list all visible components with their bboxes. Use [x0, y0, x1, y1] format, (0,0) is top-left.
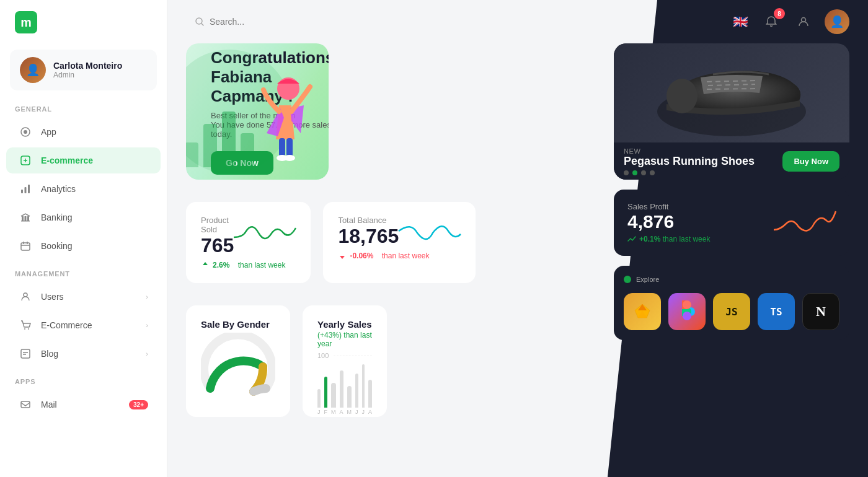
- profile-role: Admin: [53, 71, 122, 79]
- next-app-icon[interactable]: N: [802, 293, 839, 330]
- bottom-row: Sale By Gender: [186, 305, 329, 417]
- sidebar-item-app-label: App: [41, 127, 56, 137]
- sidebar-item-analytics-label: Analytics: [41, 184, 76, 194]
- sale-by-gender-title: Sale By Gender: [201, 319, 275, 330]
- product-name: Pegasus Running Shoes: [624, 155, 755, 168]
- main-content: 🇬🇧 8 👤: [167, 0, 868, 477]
- gender-donut-chart: [201, 333, 275, 401]
- sidebar-item-booking[interactable]: Booking: [6, 233, 161, 259]
- sidebar-item-blog-label: Blog: [41, 349, 58, 359]
- svg-point-29: [666, 79, 698, 113]
- chevron-right-icon: ›: [146, 293, 148, 300]
- sidebar-item-ecommerce-mgmt[interactable]: E-Commerce ›: [6, 312, 161, 338]
- stat-change-total-balance: -0.06% than last week: [338, 252, 461, 260]
- sidebar-item-ecommerce-mgmt-label: E-Commerce: [41, 320, 92, 330]
- bar-col: A: [368, 380, 372, 415]
- section-label-apps: APPS: [0, 375, 167, 390]
- ecommerce-icon: [19, 154, 32, 167]
- section-label-general: GENERAL: [0, 103, 167, 118]
- product-card: NEW Pegasus Running Shoes Buy Now: [614, 43, 849, 180]
- search-box[interactable]: [186, 12, 322, 32]
- app-icon: [19, 125, 32, 139]
- notifications-button[interactable]: 8: [760, 11, 782, 33]
- dot-active: [632, 170, 637, 175]
- y-axis-label: 100: [317, 352, 329, 359]
- svg-point-36: [683, 312, 691, 320]
- congrats-banner: Congratulations Fabiana Capmany ! Best s…: [186, 43, 329, 180]
- cart-icon: [19, 318, 32, 332]
- right-panel: NEW Pegasus Running Shoes Buy Now: [614, 43, 849, 465]
- sidebar-item-analytics[interactable]: Analytics: [6, 176, 161, 202]
- total-balance-chart: [399, 216, 461, 247]
- sidebar-item-mail[interactable]: Mail 32+: [6, 392, 161, 418]
- language-flag[interactable]: 🇬🇧: [730, 15, 750, 28]
- status-dot: [624, 276, 631, 283]
- banner-illustration: [186, 43, 329, 180]
- chevron-right-icon: ›: [146, 322, 148, 329]
- topbar-avatar[interactable]: 👤: [825, 9, 849, 34]
- arrow-up-icon: [201, 261, 210, 269]
- sidebar-item-users-label: Users: [41, 292, 64, 302]
- svg-point-13: [24, 293, 27, 297]
- bar-col: M: [347, 386, 352, 415]
- blog-icon: [19, 347, 32, 361]
- booking-icon: [19, 239, 32, 253]
- svg-rect-9: [25, 216, 27, 221]
- svg-rect-22: [286, 138, 293, 157]
- sidebar-item-banking-label: Banking: [41, 212, 73, 222]
- sidebar-profile[interactable]: 👤 Carlota Monteiro Admin: [10, 50, 157, 90]
- sales-profit-change: +0.1% than last week: [639, 235, 710, 243]
- sidebar-item-app[interactable]: App: [6, 119, 161, 145]
- apps-card: Explore JS TS N: [614, 266, 849, 340]
- yearly-sales-card: Yearly Sales (+43%) than last year 100 J…: [303, 305, 387, 417]
- yearly-sales-title: Yearly Sales: [317, 319, 372, 330]
- sketch-app-icon[interactable]: [624, 293, 661, 330]
- sidebar-item-ecommerce-label: E-commerce: [41, 155, 93, 165]
- mail-badge: 32+: [129, 400, 148, 409]
- svg-text:m: m: [20, 15, 32, 29]
- sales-profit-value: 4,876: [627, 211, 710, 232]
- product-image: [614, 43, 849, 142]
- js-app-icon[interactable]: JS: [713, 293, 750, 330]
- ts-app-icon[interactable]: TS: [758, 293, 795, 330]
- dot: [650, 170, 655, 175]
- shoe-svg: [651, 50, 812, 136]
- svg-rect-6: [25, 187, 27, 193]
- logo-icon: m: [15, 11, 37, 33]
- sales-profit-chart: [774, 202, 836, 233]
- sidebar-item-blog[interactable]: Blog ›: [6, 341, 161, 367]
- stat-value-total-balance: 18,765: [338, 225, 399, 248]
- topbar-right: 🇬🇧 8 👤: [730, 9, 849, 34]
- trend-up-icon: [627, 235, 636, 243]
- arrow-down-icon: [338, 252, 347, 260]
- stat-label-total-balance: Total Balance: [338, 216, 399, 225]
- chart-decoration: [186, 112, 254, 167]
- search-input[interactable]: [210, 17, 309, 27]
- yearly-sales-chart: J F M A M J J A: [317, 365, 372, 415]
- bar-col: J: [362, 364, 365, 415]
- sidebar-item-users[interactable]: Users ›: [6, 284, 161, 310]
- stat-change-product-sold: 2.6% than last week: [201, 261, 296, 269]
- sales-profit-card: Sales Profit 4,876 +0.1% than last week: [614, 190, 849, 256]
- sidebar-item-banking[interactable]: Banking: [6, 204, 161, 230]
- content-area: Congratulations Fabiana Capmany ! Best s…: [167, 43, 868, 477]
- sale-by-gender-card: Sale By Gender: [186, 305, 290, 417]
- topbar: 🇬🇧 8 👤: [167, 0, 868, 43]
- user-icon: [797, 15, 810, 28]
- banner-figure: [254, 71, 316, 180]
- sidebar-item-ecommerce[interactable]: E-commerce: [6, 147, 161, 173]
- svg-point-14: [24, 328, 25, 330]
- svg-rect-10: [27, 216, 29, 221]
- sidebar-logo: m: [0, 0, 167, 45]
- donut-chart-wrap: [201, 333, 275, 401]
- stat-label-product-sold: Product Sold: [201, 216, 234, 234]
- buy-now-button[interactable]: Buy Now: [782, 151, 839, 172]
- sales-profit-label: Sales Profit: [627, 202, 710, 211]
- section-label-management: MANAGEMENT: [0, 268, 167, 282]
- figma-app-icon[interactable]: [668, 293, 706, 330]
- svg-rect-12: [21, 243, 30, 250]
- user-profile-button[interactable]: [792, 11, 815, 33]
- stat-value-product-sold: 765: [201, 234, 234, 257]
- profile-name: Carlota Monteiro: [53, 61, 122, 71]
- mail-icon: [19, 398, 32, 411]
